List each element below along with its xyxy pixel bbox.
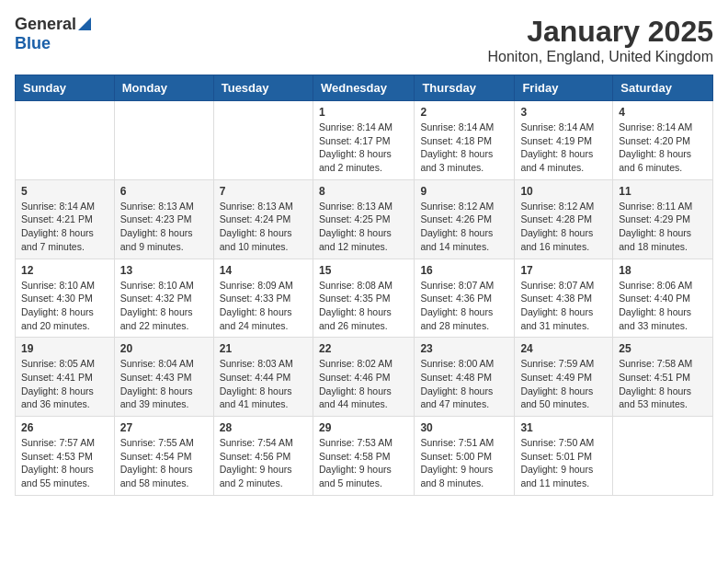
day-detail: Sunrise: 7:51 AM Sunset: 5:00 PM Dayligh… (420, 436, 508, 490)
day-detail: Sunrise: 8:13 AM Sunset: 4:24 PM Dayligh… (220, 200, 307, 254)
day-detail: Sunrise: 8:06 AM Sunset: 4:40 PM Dayligh… (619, 279, 707, 333)
day-detail: Sunrise: 7:59 AM Sunset: 4:49 PM Dayligh… (520, 357, 607, 411)
logo-blue: Blue (15, 34, 51, 52)
weekday-header: Monday (114, 75, 213, 101)
day-detail: Sunrise: 8:12 AM Sunset: 4:26 PM Dayligh… (420, 200, 508, 254)
location-title: Honiton, England, United Kingdom (488, 49, 714, 65)
day-number: 14 (220, 264, 307, 277)
day-detail: Sunrise: 8:04 AM Sunset: 4:43 PM Dayligh… (120, 357, 208, 411)
calendar-cell: 14Sunrise: 8:09 AM Sunset: 4:33 PM Dayli… (213, 259, 313, 338)
day-number: 18 (619, 264, 707, 277)
day-detail: Sunrise: 8:14 AM Sunset: 4:21 PM Dayligh… (21, 200, 108, 254)
weekday-header: Tuesday (213, 75, 313, 101)
calendar-cell: 10Sunrise: 8:12 AM Sunset: 4:28 PM Dayli… (515, 179, 613, 259)
calendar-cell: 7Sunrise: 8:13 AM Sunset: 4:24 PM Daylig… (213, 179, 313, 259)
calendar-cell: 8Sunrise: 8:13 AM Sunset: 4:25 PM Daylig… (313, 179, 414, 259)
day-number: 26 (21, 421, 108, 434)
calendar-cell (213, 101, 313, 180)
day-number: 3 (520, 106, 607, 119)
calendar-cell: 5Sunrise: 8:14 AM Sunset: 4:21 PM Daylig… (16, 179, 115, 259)
day-detail: Sunrise: 8:14 AM Sunset: 4:20 PM Dayligh… (619, 121, 707, 175)
day-detail: Sunrise: 8:00 AM Sunset: 4:48 PM Dayligh… (420, 357, 508, 411)
day-number: 8 (319, 185, 408, 198)
day-number: 25 (619, 342, 707, 355)
calendar-cell: 18Sunrise: 8:06 AM Sunset: 4:40 PM Dayli… (613, 259, 713, 338)
day-number: 29 (319, 421, 408, 434)
calendar-cell: 11Sunrise: 8:11 AM Sunset: 4:29 PM Dayli… (613, 179, 713, 259)
calendar-cell: 15Sunrise: 8:08 AM Sunset: 4:35 PM Dayli… (313, 259, 414, 338)
day-detail: Sunrise: 8:13 AM Sunset: 4:23 PM Dayligh… (120, 200, 208, 254)
weekday-header: Thursday (415, 75, 515, 101)
logo-general: General (15, 15, 76, 34)
calendar-cell: 29Sunrise: 7:53 AM Sunset: 4:58 PM Dayli… (313, 417, 414, 496)
day-number: 27 (120, 421, 208, 434)
day-number: 15 (319, 264, 408, 277)
day-number: 20 (120, 342, 208, 355)
calendar-week-row: 5Sunrise: 8:14 AM Sunset: 4:21 PM Daylig… (16, 179, 713, 259)
calendar-week-row: 26Sunrise: 7:57 AM Sunset: 4:53 PM Dayli… (16, 417, 713, 496)
day-detail: Sunrise: 8:03 AM Sunset: 4:44 PM Dayligh… (220, 357, 307, 411)
day-detail: Sunrise: 8:13 AM Sunset: 4:25 PM Dayligh… (319, 200, 408, 254)
calendar-cell: 25Sunrise: 7:58 AM Sunset: 4:51 PM Dayli… (613, 338, 713, 417)
day-detail: Sunrise: 8:02 AM Sunset: 4:46 PM Dayligh… (319, 357, 408, 411)
calendar-cell: 17Sunrise: 8:07 AM Sunset: 4:38 PM Dayli… (515, 259, 613, 338)
calendar-cell: 30Sunrise: 7:51 AM Sunset: 5:00 PM Dayli… (415, 417, 515, 496)
day-number: 30 (420, 421, 508, 434)
calendar-week-row: 19Sunrise: 8:05 AM Sunset: 4:41 PM Dayli… (16, 338, 713, 417)
day-number: 10 (520, 185, 607, 198)
day-detail: Sunrise: 8:10 AM Sunset: 4:32 PM Dayligh… (120, 279, 208, 333)
day-detail: Sunrise: 8:05 AM Sunset: 4:41 PM Dayligh… (21, 357, 108, 411)
day-number: 4 (619, 106, 707, 119)
day-number: 1 (319, 106, 408, 119)
calendar-cell: 26Sunrise: 7:57 AM Sunset: 4:53 PM Dayli… (16, 417, 115, 496)
day-detail: Sunrise: 7:57 AM Sunset: 4:53 PM Dayligh… (21, 436, 108, 490)
weekday-header: Wednesday (313, 75, 414, 101)
day-detail: Sunrise: 8:07 AM Sunset: 4:36 PM Dayligh… (420, 279, 508, 333)
day-number: 11 (619, 185, 707, 198)
calendar-week-row: 1Sunrise: 8:14 AM Sunset: 4:17 PM Daylig… (16, 101, 713, 180)
day-number: 5 (21, 185, 108, 198)
calendar-cell: 19Sunrise: 8:05 AM Sunset: 4:41 PM Dayli… (16, 338, 115, 417)
calendar-cell: 22Sunrise: 8:02 AM Sunset: 4:46 PM Dayli… (313, 338, 414, 417)
day-detail: Sunrise: 8:11 AM Sunset: 4:29 PM Dayligh… (619, 200, 707, 254)
calendar-cell: 23Sunrise: 8:00 AM Sunset: 4:48 PM Dayli… (415, 338, 515, 417)
day-number: 2 (420, 106, 508, 119)
day-detail: Sunrise: 8:14 AM Sunset: 4:18 PM Dayligh… (420, 121, 508, 175)
day-detail: Sunrise: 8:10 AM Sunset: 4:30 PM Dayligh… (21, 279, 108, 333)
calendar-week-row: 12Sunrise: 8:10 AM Sunset: 4:30 PM Dayli… (16, 259, 713, 338)
calendar-cell: 16Sunrise: 8:07 AM Sunset: 4:36 PM Dayli… (415, 259, 515, 338)
day-detail: Sunrise: 8:08 AM Sunset: 4:35 PM Dayligh… (319, 279, 408, 333)
calendar-cell: 21Sunrise: 8:03 AM Sunset: 4:44 PM Dayli… (213, 338, 313, 417)
day-detail: Sunrise: 8:12 AM Sunset: 4:28 PM Dayligh… (520, 200, 607, 254)
day-number: 12 (21, 264, 108, 277)
calendar-header-row: SundayMondayTuesdayWednesdayThursdayFrid… (16, 75, 713, 101)
calendar-cell: 20Sunrise: 8:04 AM Sunset: 4:43 PM Dayli… (114, 338, 213, 417)
day-number: 23 (420, 342, 508, 355)
calendar-cell: 28Sunrise: 7:54 AM Sunset: 4:56 PM Dayli… (213, 417, 313, 496)
svg-marker-0 (78, 17, 91, 30)
weekday-header: Friday (515, 75, 613, 101)
day-detail: Sunrise: 7:54 AM Sunset: 4:56 PM Dayligh… (220, 436, 307, 490)
day-number: 21 (220, 342, 307, 355)
month-title: January 2025 (488, 15, 714, 49)
calendar-cell: 6Sunrise: 8:13 AM Sunset: 4:23 PM Daylig… (114, 179, 213, 259)
calendar-cell: 24Sunrise: 7:59 AM Sunset: 4:49 PM Dayli… (515, 338, 613, 417)
page-header: General Blue January 2025 Honiton, Engla… (15, 15, 713, 65)
calendar-cell: 13Sunrise: 8:10 AM Sunset: 4:32 PM Dayli… (114, 259, 213, 338)
calendar-cell: 4Sunrise: 8:14 AM Sunset: 4:20 PM Daylig… (613, 101, 713, 180)
calendar-cell: 12Sunrise: 8:10 AM Sunset: 4:30 PM Dayli… (16, 259, 115, 338)
day-number: 31 (520, 421, 607, 434)
day-detail: Sunrise: 7:50 AM Sunset: 5:01 PM Dayligh… (520, 436, 607, 490)
calendar-cell: 2Sunrise: 8:14 AM Sunset: 4:18 PM Daylig… (415, 101, 515, 180)
day-detail: Sunrise: 8:09 AM Sunset: 4:33 PM Dayligh… (220, 279, 307, 333)
day-number: 9 (420, 185, 508, 198)
day-detail: Sunrise: 8:14 AM Sunset: 4:19 PM Dayligh… (520, 121, 607, 175)
day-number: 13 (120, 264, 208, 277)
day-detail: Sunrise: 8:07 AM Sunset: 4:38 PM Dayligh… (520, 279, 607, 333)
day-detail: Sunrise: 7:53 AM Sunset: 4:58 PM Dayligh… (319, 436, 408, 490)
weekday-header: Sunday (16, 75, 115, 101)
calendar-cell: 1Sunrise: 8:14 AM Sunset: 4:17 PM Daylig… (313, 101, 414, 180)
calendar-cell: 31Sunrise: 7:50 AM Sunset: 5:01 PM Dayli… (515, 417, 613, 496)
day-detail: Sunrise: 8:14 AM Sunset: 4:17 PM Dayligh… (319, 121, 408, 175)
title-section: January 2025 Honiton, England, United Ki… (488, 15, 714, 65)
